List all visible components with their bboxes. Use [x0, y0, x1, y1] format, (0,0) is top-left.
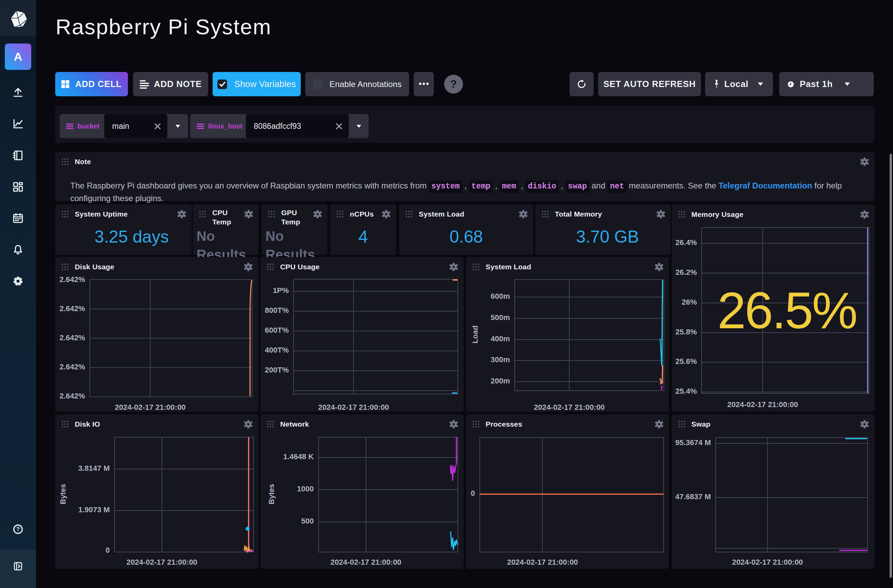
svg-text:?: ?: [17, 526, 20, 532]
